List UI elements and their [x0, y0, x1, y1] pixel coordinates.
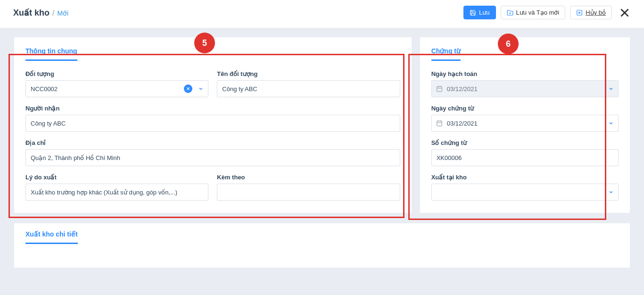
field-object: Đối tượng [25, 70, 208, 97]
calendar-icon [436, 120, 443, 126]
work-area: Thông tin chung Đối tượng [0, 28, 644, 295]
header-actions: Lưu Lưu và Tạo mới Hủy bỏ [463, 6, 631, 19]
tab-detail[interactable]: Xuất kho chi tiết [25, 230, 78, 244]
tab-document[interactable]: Chứng từ [431, 47, 461, 61]
label-receiver: Người nhận [25, 105, 400, 112]
label-address: Địa chỉ [25, 139, 400, 146]
detail-card: Xuất kho chi tiết [14, 223, 630, 268]
form-header: Xuất kho / Mới Lưu Lưu và Tạo mới Hủy bỏ [0, 0, 644, 28]
chevron-down-icon[interactable] [608, 86, 614, 92]
save-label: Lưu [479, 9, 489, 16]
breadcrumb: Xuất kho / Mới [13, 8, 68, 18]
save-and-new-button[interactable]: Lưu và Tạo mới [501, 6, 566, 19]
save-and-new-label: Lưu và Tạo mới [516, 9, 560, 16]
doc-date-input[interactable] [431, 115, 619, 132]
field-posting-date: Ngày hạch toán [431, 70, 619, 97]
document-card: Chứng từ Ngày hạch toán Ng [420, 37, 630, 213]
label-doc-no: Số chứng từ [431, 139, 619, 146]
clear-icon[interactable] [184, 84, 192, 93]
chevron-down-icon[interactable] [608, 120, 614, 126]
object-input[interactable] [25, 80, 208, 97]
field-reason: Lý do xuất [25, 174, 208, 201]
general-form-grid: Đối tượng Tên đối tượng [25, 70, 400, 201]
field-address: Địa chỉ [25, 139, 400, 166]
doc-no-input[interactable] [431, 149, 619, 166]
folder-plus-icon [507, 9, 513, 16]
attach-input[interactable] [217, 184, 400, 201]
label-attach: Kèm theo [217, 174, 400, 181]
receiver-input[interactable] [25, 115, 400, 132]
chevron-down-icon[interactable] [198, 86, 204, 92]
chevron-down-icon[interactable] [608, 189, 614, 195]
object-name-input[interactable] [217, 80, 400, 97]
control-object [25, 80, 208, 97]
save-icon [470, 9, 476, 16]
cancel-label: Hủy bỏ [586, 9, 606, 16]
breadcrumb-sep: / [52, 9, 54, 17]
warehouse-input[interactable] [431, 184, 619, 201]
tab-general-info[interactable]: Thông tin chung [25, 47, 77, 61]
general-info-card: Thông tin chung Đối tượng [14, 37, 412, 213]
page-title: Xuất kho [13, 8, 50, 18]
field-receiver: Người nhận [25, 105, 400, 132]
cancel-icon [576, 9, 583, 16]
svg-rect-13 [437, 121, 442, 126]
save-button[interactable]: Lưu [463, 6, 495, 19]
label-warehouse: Xuất tại kho [431, 174, 619, 181]
posting-date-input[interactable] [431, 80, 619, 97]
breadcrumb-current: Mới [57, 9, 68, 17]
svg-rect-9 [437, 86, 442, 92]
field-object-name: Tên đối tượng [217, 70, 400, 97]
label-doc-date: Ngày chứng từ [431, 105, 619, 112]
field-doc-date: Ngày chứng từ [431, 105, 619, 132]
cards-row: Thông tin chung Đối tượng [14, 37, 630, 213]
field-attach: Kèm theo [217, 174, 400, 201]
document-form-stack: Ngày hạch toán Ngày chứng từ [431, 70, 619, 201]
label-posting-date: Ngày hạch toán [431, 70, 619, 77]
calendar-icon [436, 85, 443, 92]
close-button[interactable] [619, 7, 631, 19]
reason-input[interactable] [25, 184, 208, 201]
field-warehouse: Xuất tại kho [431, 174, 619, 201]
field-doc-no: Số chứng từ [431, 139, 619, 166]
label-object-name: Tên đối tượng [217, 70, 400, 77]
label-reason: Lý do xuất [25, 174, 208, 181]
address-input[interactable] [25, 149, 400, 166]
label-object: Đối tượng [25, 70, 208, 77]
cancel-button[interactable]: Hủy bỏ [570, 6, 612, 19]
